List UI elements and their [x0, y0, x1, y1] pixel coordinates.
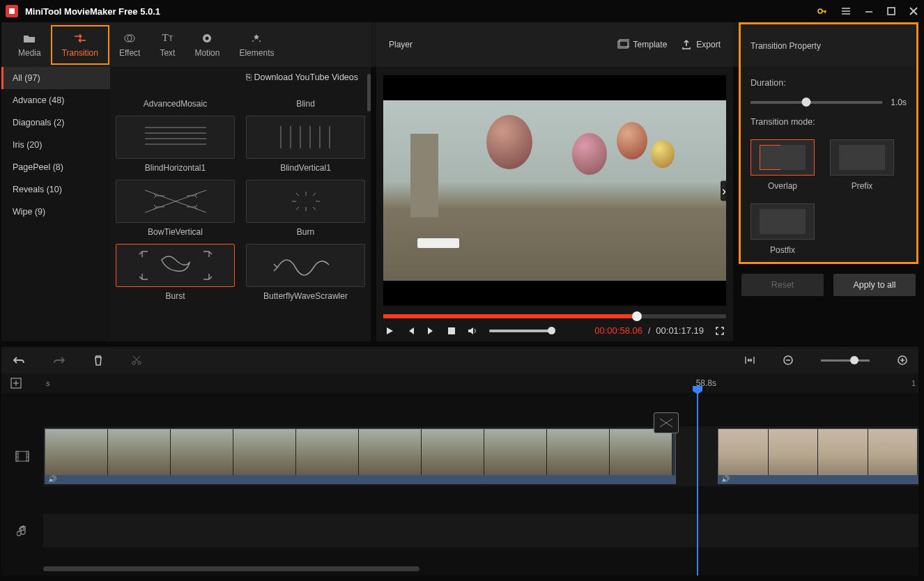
properties-header: Transition Property	[739, 22, 918, 67]
video-track-icon	[1, 426, 43, 486]
transition-item[interactable]: BlindHorizontal1	[116, 116, 235, 173]
duration-value: 1.0s	[891, 98, 907, 107]
playhead[interactable]	[697, 393, 698, 575]
close-icon[interactable]	[909, 6, 918, 16]
timeline-ruler[interactable]: s 58.8s 1	[1, 373, 918, 393]
zoom-out-icon[interactable]	[783, 355, 793, 365]
timeline-toolbar	[1, 347, 918, 373]
mode-postfix[interactable]: Postfix	[750, 203, 815, 255]
clip-1[interactable]: 🔊	[45, 428, 676, 484]
cut-icon[interactable]	[131, 355, 142, 366]
category-item[interactable]: Reveals (10)	[1, 178, 110, 201]
category-item[interactable]: Advance (48)	[1, 89, 110, 111]
audio-track	[1, 514, 918, 548]
delete-icon[interactable]	[93, 355, 103, 366]
next-frame-icon[interactable]	[426, 326, 436, 336]
total-time: 00:01:17.19	[656, 325, 704, 336]
tab-text-label: Text	[160, 48, 175, 58]
app-title: MiniTool MovieMaker Free 5.0.1	[25, 6, 817, 17]
transition-item[interactable]: BlindVertical1	[246, 116, 365, 173]
transition-icon	[73, 32, 87, 45]
audio-track-icon	[1, 514, 43, 548]
current-time: 00:00:58.06	[594, 325, 642, 336]
time-separator: /	[648, 326, 650, 336]
undo-icon[interactable]	[13, 355, 25, 365]
template-button[interactable]: Template	[617, 38, 668, 51]
seek-bar[interactable]	[383, 314, 726, 318]
svg-point-30	[132, 362, 135, 364]
category-item[interactable]: Iris (20)	[1, 134, 110, 156]
tool-tabs: Media Transition Effect TT Text Motion E…	[1, 22, 371, 67]
tab-effect[interactable]: Effect	[109, 26, 150, 63]
svg-rect-2	[888, 8, 895, 15]
export-button[interactable]: Export	[681, 39, 721, 50]
category-list: All (97) Advance (48) Diagonals (2) Iris…	[1, 67, 110, 341]
tab-elements-label: Elements	[239, 48, 274, 58]
template-label: Template	[633, 40, 668, 49]
tab-transition[interactable]: Transition	[51, 25, 109, 65]
zoom-slider[interactable]	[821, 359, 870, 362]
mode-overlap[interactable]: Overlap	[750, 139, 815, 191]
stop-icon[interactable]	[447, 327, 456, 335]
folder-icon	[23, 32, 36, 45]
clip-2[interactable]: 🔊	[718, 428, 918, 484]
motion-icon	[201, 32, 213, 45]
category-item[interactable]: All (97)	[1, 67, 110, 89]
title-bar: MiniTool MovieMaker Free 5.0.1	[0, 0, 924, 22]
category-item[interactable]: PagePeel (8)	[1, 156, 110, 178]
duration-slider[interactable]	[750, 101, 882, 104]
svg-rect-0	[9, 8, 15, 14]
reset-button[interactable]: Reset	[741, 274, 824, 296]
transition-marker[interactable]	[654, 412, 679, 433]
fullscreen-icon[interactable]	[715, 326, 725, 336]
volume-slider[interactable]	[489, 330, 552, 332]
minimize-icon[interactable]	[864, 6, 874, 16]
tab-text[interactable]: TT Text	[150, 26, 185, 63]
play-icon[interactable]	[385, 326, 394, 336]
ruler-start: s	[46, 379, 50, 387]
scrollbar[interactable]	[367, 74, 371, 111]
speaker-icon: 🔊	[48, 475, 56, 483]
svg-point-1	[818, 9, 822, 13]
properties-panel: Duration: 1.0s Transition mode: Overlap …	[739, 67, 918, 264]
menu-icon[interactable]	[840, 6, 852, 17]
ruler-end: 1	[911, 379, 916, 387]
mode-prefix[interactable]: Prefix	[830, 139, 894, 191]
next-icon[interactable]: ›	[721, 180, 726, 201]
tab-media[interactable]: Media	[8, 26, 51, 63]
transition-item[interactable]: Burn	[246, 180, 365, 237]
fit-icon[interactable]	[744, 355, 755, 365]
svg-line-26	[313, 193, 316, 196]
add-track-icon[interactable]	[10, 377, 22, 389]
transition-item[interactable]: Burst	[116, 244, 235, 301]
preview-area[interactable]: ›	[383, 75, 726, 306]
svg-rect-36	[16, 451, 18, 461]
text-icon: TT	[162, 32, 173, 45]
download-youtube-link[interactable]: Download YouTube Videos	[116, 67, 365, 88]
key-icon[interactable]	[817, 6, 828, 17]
volume-icon[interactable]	[467, 326, 478, 336]
redo-icon[interactable]	[53, 355, 66, 365]
apply-all-button[interactable]: Apply to all	[833, 274, 916, 296]
zoom-in-icon[interactable]	[898, 355, 907, 365]
transition-grid: AdvancedMosaic Blind BlindHorizontal1 Bl…	[116, 88, 365, 301]
transition-browser: All (97) Advance (48) Diagonals (2) Iris…	[1, 67, 371, 341]
svg-point-6	[206, 36, 209, 40]
player-controls: 00:00:58.06 / 00:01:17.19	[376, 325, 733, 336]
horizontal-scrollbar[interactable]	[43, 566, 419, 571]
effect-icon	[124, 32, 135, 45]
svg-line-28	[313, 207, 316, 210]
category-item[interactable]: Wipe (9)	[1, 201, 110, 223]
tab-motion[interactable]: Motion	[185, 26, 229, 63]
export-icon	[681, 39, 692, 50]
export-label: Export	[696, 40, 721, 49]
transition-item[interactable]: ButterflyWaveScrawler	[246, 244, 365, 301]
transition-item[interactable]: BowTieVertical	[116, 180, 235, 237]
category-item[interactable]: Diagonals (2)	[1, 111, 110, 134]
tab-elements[interactable]: Elements	[229, 26, 284, 63]
prev-icon[interactable]	[406, 326, 415, 336]
transition-item[interactable]: AdvancedMosaic	[116, 88, 235, 109]
player-title: Player	[389, 40, 603, 49]
transition-item[interactable]: Blind	[246, 88, 365, 109]
maximize-icon[interactable]	[886, 6, 896, 16]
